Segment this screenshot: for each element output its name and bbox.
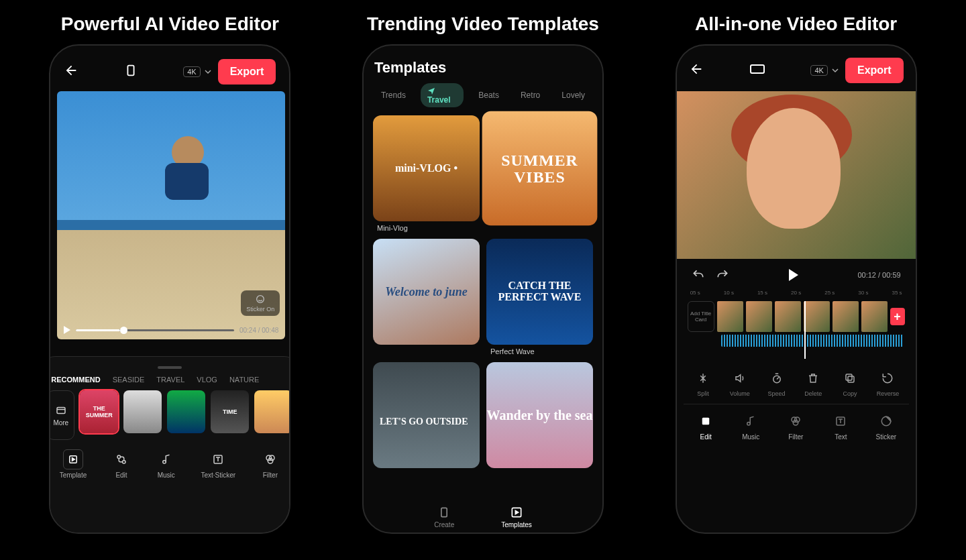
template-card[interactable]: LET'S GO OUTSIDE xyxy=(373,362,480,468)
export-button[interactable]: Export xyxy=(845,58,904,83)
tab-nature[interactable]: NATURE xyxy=(229,376,259,384)
tool-delete[interactable]: Delete xyxy=(803,368,823,397)
video-preview[interactable]: Sticker On 00:24 / 00:48 xyxy=(57,91,285,339)
phone-frame-2: Templates Trends Travel Beats Retro Love… xyxy=(362,44,604,534)
tool-edit[interactable]: Edit xyxy=(111,449,131,479)
tool-text-sticker[interactable]: Text·Sticker xyxy=(201,449,235,479)
tool-music[interactable]: Music xyxy=(156,449,176,479)
back-arrow-icon[interactable] xyxy=(64,63,78,80)
tool-split[interactable]: Split xyxy=(693,368,713,397)
main-tab-text[interactable]: Text xyxy=(830,411,851,441)
category-row: Trends Travel Beats Retro Lovely xyxy=(374,83,592,107)
svg-point-21 xyxy=(794,421,799,426)
undo-icon[interactable] xyxy=(692,268,705,282)
template-thumb[interactable] xyxy=(254,390,290,433)
seek-bar[interactable] xyxy=(76,329,234,331)
playhead[interactable] xyxy=(804,301,806,359)
play-icon[interactable] xyxy=(64,326,70,334)
template-thumb[interactable] xyxy=(123,390,162,433)
svg-rect-2 xyxy=(57,407,65,413)
template-card[interactable]: SUMMER VIBES xyxy=(482,111,598,226)
play-icon[interactable] xyxy=(789,269,798,281)
tab-vlog[interactable]: VLOG xyxy=(197,376,217,384)
svg-point-1 xyxy=(257,296,264,303)
template-card[interactable]: mini-VLOG • xyxy=(373,115,480,221)
export-button[interactable]: Export xyxy=(218,59,276,85)
svg-rect-13 xyxy=(751,65,764,73)
resolution-badge[interactable]: 4K xyxy=(183,66,200,77)
timeline-clip[interactable] xyxy=(717,301,743,332)
panel-ai-editor: Powerful AI Video Editor 4K Export Stick… xyxy=(19,0,321,560)
templates-title: Templates xyxy=(374,59,592,76)
tool-volume[interactable]: Volume xyxy=(730,368,750,397)
cat-trends[interactable]: Trends xyxy=(374,88,413,103)
tab-travel[interactable]: TRAVEL xyxy=(156,376,184,384)
template-card[interactable]: Welcome to june xyxy=(373,239,480,345)
template-label: Perfect Wave xyxy=(490,347,593,355)
svg-rect-0 xyxy=(128,66,134,76)
panel-allinone: All-in-one Video Editor 4K Export xyxy=(645,0,947,560)
cat-lovely[interactable]: Lovely xyxy=(555,88,592,103)
phone-frame-1: 4K Export Sticker On 00:24 / 00:48 RECOM… xyxy=(49,44,290,534)
more-templates-button[interactable]: More xyxy=(49,390,74,440)
timeline-ruler: 05 s 10 s 15 s 20 s 25 s 30 s 35 s xyxy=(684,284,909,298)
phone-frame-3: 4K Export 00:12 / 00:59 05 s 10 s 15 s 2… xyxy=(676,44,917,534)
add-clip-button[interactable]: + xyxy=(890,308,905,325)
tool-reverse[interactable]: Reverse xyxy=(877,368,900,397)
resolution-badge[interactable]: 4K xyxy=(810,65,827,76)
cat-beats[interactable]: Beats xyxy=(472,88,506,103)
video-preview[interactable] xyxy=(676,91,917,259)
chevron-down-icon[interactable] xyxy=(205,68,211,75)
headline-3: All-in-one Video Editor xyxy=(695,13,897,35)
svg-point-5 xyxy=(123,461,126,464)
template-thumb[interactable]: THE SUMMER xyxy=(80,390,118,433)
back-arrow-icon[interactable] xyxy=(689,62,704,79)
cat-travel[interactable]: Travel xyxy=(421,83,464,107)
redo-icon[interactable] xyxy=(716,268,729,282)
svg-rect-15 xyxy=(848,376,854,382)
aspect-icon[interactable] xyxy=(123,63,138,80)
tool-copy[interactable]: Copy xyxy=(840,368,860,397)
svg-point-4 xyxy=(117,455,121,459)
template-thumb[interactable] xyxy=(167,390,205,433)
timeline-clip[interactable] xyxy=(746,301,772,332)
nav-templates[interactable]: Templates xyxy=(501,506,532,528)
sticker-toggle[interactable]: Sticker On xyxy=(241,290,280,316)
drawer-handle[interactable] xyxy=(158,366,182,369)
timecode: 00:12 / 00:59 xyxy=(857,271,900,279)
add-title-card-button[interactable]: Add Title Card xyxy=(688,301,714,332)
timeline-clip[interactable] xyxy=(775,301,801,332)
timeline-clip[interactable] xyxy=(833,301,859,332)
svg-point-10 xyxy=(268,459,273,464)
svg-rect-11 xyxy=(441,508,447,516)
clip-tools: Split Volume Speed Delete Copy Reverse xyxy=(685,368,908,397)
template-thumb[interactable]: TIME xyxy=(211,390,249,433)
template-card[interactable]: Wander by the sea xyxy=(486,362,593,468)
headline-2: Trending Video Templates xyxy=(367,13,599,35)
panel-templates: Trending Video Templates Templates Trend… xyxy=(332,0,634,560)
tab-recommend[interactable]: RECOMMEND xyxy=(51,376,100,384)
editor-main-tabs: Edit Music Filter Text Sticker xyxy=(684,404,909,441)
tool-speed[interactable]: Speed xyxy=(767,368,787,397)
main-tab-music[interactable]: Music xyxy=(741,411,761,441)
nav-create[interactable]: Create xyxy=(434,506,454,528)
timeline[interactable]: Add Title Card + xyxy=(684,301,909,359)
svg-rect-16 xyxy=(846,374,852,380)
template-card[interactable]: CATCH THE PERFECT WAVE xyxy=(486,239,593,345)
cat-retro[interactable]: Retro xyxy=(514,88,547,103)
main-tab-edit[interactable]: Edit xyxy=(696,411,716,441)
main-tab-sticker[interactable]: Sticker xyxy=(875,411,896,441)
main-tab-filter[interactable]: Filter xyxy=(786,411,806,441)
timeline-clip[interactable] xyxy=(861,301,888,332)
preview-subject xyxy=(148,136,229,257)
template-drawer: RECOMMEND SEASIDE TRAVEL VLOG NATURE Mor… xyxy=(49,356,290,534)
tab-seaside[interactable]: SEASIDE xyxy=(113,376,145,384)
chevron-down-icon[interactable] xyxy=(832,67,839,74)
timecode: 00:24 / 00:48 xyxy=(239,327,278,334)
timeline-clip[interactable] xyxy=(804,301,830,332)
tool-filter[interactable]: Filter xyxy=(260,449,280,479)
audio-track[interactable] xyxy=(721,335,904,347)
tool-template[interactable]: Template xyxy=(60,449,87,479)
preview-subject xyxy=(747,108,841,229)
aspect-icon[interactable] xyxy=(749,64,765,77)
